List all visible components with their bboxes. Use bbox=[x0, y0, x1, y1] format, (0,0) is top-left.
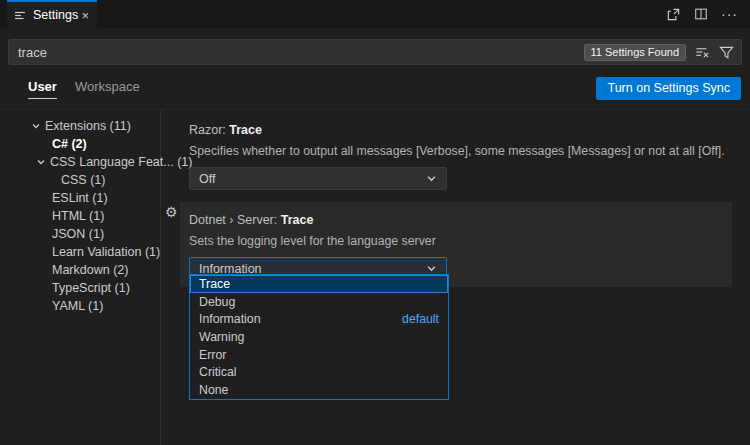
tab-workspace[interactable]: Workspace bbox=[75, 79, 140, 99]
tree-item-typescript[interactable]: TypeScript (1) bbox=[0, 279, 160, 297]
editor-actions: ··· bbox=[666, 0, 750, 28]
gear-icon[interactable]: ⚙ bbox=[165, 204, 178, 220]
dropdown-option-debug[interactable]: Debug bbox=[190, 293, 448, 311]
vscode-settings-window: Settings × ··· trace 11 Settings Found bbox=[0, 0, 750, 445]
tree-item-learn-validation[interactable]: Learn Validation (1) bbox=[0, 243, 160, 261]
tree-item-eslint[interactable]: ESLint (1) bbox=[0, 189, 160, 207]
setting-description: Sets the logging level for the language … bbox=[189, 234, 732, 248]
setting-razor-trace: Razor: Trace Specifies whether to output… bbox=[189, 123, 730, 190]
tree-item-html[interactable]: HTML (1) bbox=[0, 207, 160, 225]
settings-body: Extensions (11) C# (2) CSS Language Feat… bbox=[0, 110, 750, 445]
setting-category: Dotnet › Server: bbox=[189, 213, 281, 227]
setting-name: Trace bbox=[229, 123, 262, 137]
turn-on-settings-sync-button[interactable]: Turn on Settings Sync bbox=[596, 77, 741, 100]
settings-list: Razor: Trace Specifies whether to output… bbox=[161, 110, 750, 445]
dropdown-option-error[interactable]: Error bbox=[190, 346, 448, 364]
setting-title: Dotnet › Server: Trace bbox=[189, 213, 732, 227]
setting-description: Specifies whether to output all messages… bbox=[189, 144, 730, 158]
tree-item-extensions[interactable]: Extensions (11) bbox=[0, 117, 160, 135]
editor-tab-bar: Settings × ··· bbox=[0, 0, 750, 28]
clear-search-icon[interactable] bbox=[695, 45, 710, 60]
dropdown-option-critical[interactable]: Critical bbox=[190, 363, 448, 381]
settings-tree-sidebar: Extensions (11) C# (2) CSS Language Feat… bbox=[0, 110, 161, 445]
split-editor-icon[interactable] bbox=[694, 7, 708, 21]
tree-item-css[interactable]: CSS (1) bbox=[0, 171, 160, 189]
search-query-text[interactable]: trace bbox=[18, 45, 584, 60]
dropdown-option-warning[interactable]: Warning bbox=[190, 328, 448, 346]
tab-user[interactable]: User bbox=[28, 79, 57, 99]
dropdown-option-information[interactable]: Information default bbox=[190, 310, 448, 328]
razor-trace-select[interactable]: Off bbox=[189, 167, 447, 190]
tree-item-css-language-features[interactable]: CSS Language Feat... (1) bbox=[0, 153, 160, 171]
results-count-badge: 11 Settings Found bbox=[584, 44, 686, 61]
dropdown-option-trace[interactable]: Trace bbox=[190, 275, 448, 293]
setting-title: Razor: Trace bbox=[189, 123, 730, 137]
setting-name: Trace bbox=[281, 213, 314, 227]
more-actions-icon[interactable]: ··· bbox=[721, 9, 738, 19]
setting-category: Razor: bbox=[189, 123, 229, 137]
chevron-down-icon bbox=[31, 121, 41, 131]
default-badge: default bbox=[402, 312, 439, 326]
chevron-down-icon bbox=[426, 263, 437, 274]
dropdown-option-none[interactable]: None bbox=[190, 381, 448, 399]
trace-level-dropdown: Trace Debug Information default Warning … bbox=[189, 274, 449, 400]
settings-list-icon bbox=[14, 9, 27, 22]
tree-item-yaml[interactable]: YAML (1) bbox=[0, 297, 160, 315]
chevron-down-icon bbox=[426, 173, 437, 184]
chevron-down-icon bbox=[36, 157, 46, 167]
tab-title: Settings bbox=[33, 8, 78, 22]
tree-item-csharp[interactable]: C# (2) bbox=[0, 135, 160, 153]
settings-search-input[interactable]: trace 11 Settings Found bbox=[8, 39, 742, 65]
open-settings-json-icon[interactable] bbox=[666, 7, 681, 22]
tree-item-markdown[interactable]: Markdown (2) bbox=[0, 261, 160, 279]
tree-item-json[interactable]: JSON (1) bbox=[0, 225, 160, 243]
tab-settings[interactable]: Settings × bbox=[7, 0, 97, 28]
scope-row: User Workspace Turn on Settings Sync bbox=[0, 72, 750, 110]
tab-close-icon[interactable]: × bbox=[81, 8, 89, 23]
search-row: trace 11 Settings Found bbox=[0, 28, 750, 72]
filter-icon[interactable] bbox=[719, 45, 734, 60]
